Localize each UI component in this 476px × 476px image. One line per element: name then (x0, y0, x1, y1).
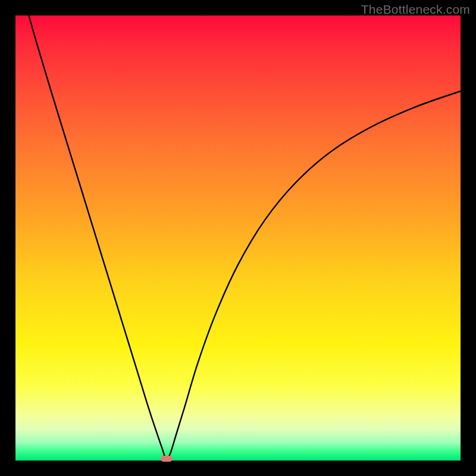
watermark-text: TheBottleneck.com (361, 2, 470, 17)
optimal-point-marker (161, 456, 173, 462)
bottleneck-curve (15, 15, 461, 461)
chart-plot-area (15, 15, 461, 461)
